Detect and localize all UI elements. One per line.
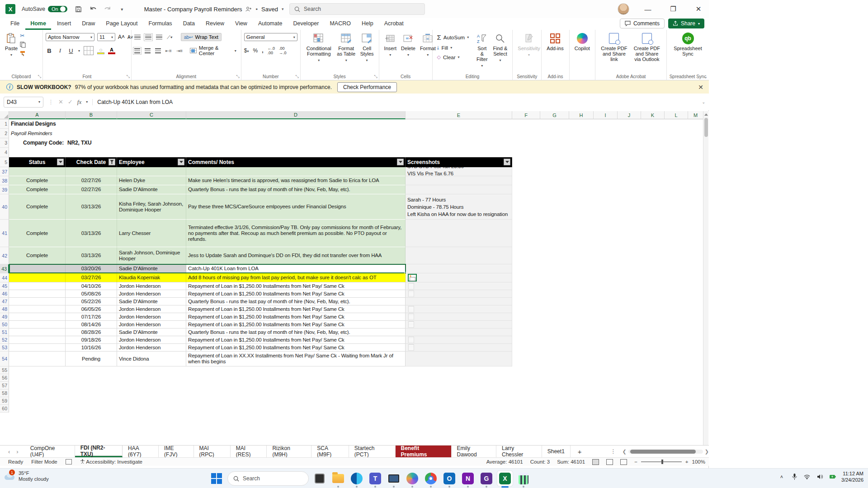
edge-icon[interactable] — [349, 471, 364, 486]
wrap-text-button[interactable]: ab↩ Wrap Text — [181, 33, 222, 41]
cell-screenshots-38[interactable] — [406, 176, 512, 185]
maximize-button[interactable]: ❐ — [666, 5, 680, 13]
cell-date-47[interactable]: 05/22/26 — [66, 298, 117, 305]
normal-view-icon[interactable] — [592, 459, 599, 465]
cell-employee-37[interactable] — [117, 167, 186, 176]
row-number-3[interactable]: 3 — [0, 138, 9, 148]
cell-employee-52[interactable]: Jordon Henderson — [117, 336, 186, 344]
cell-employee-40[interactable]: Kisha Friley, Sarah Johnson, Dominique H… — [117, 194, 186, 220]
column-header-f[interactable]: F — [512, 111, 540, 119]
cell-status-40[interactable]: Complete — [9, 194, 66, 220]
decrease-indent-icon[interactable]: ⇤≡ — [165, 48, 172, 53]
copy-icon[interactable] — [20, 42, 26, 48]
cell-status-39[interactable]: Complete — [9, 185, 66, 194]
screenshot-thumbnail-50[interactable] — [408, 321, 414, 328]
cell-notes-44[interactable]: Add 8 hours of missing pay from last pay… — [186, 273, 406, 282]
user-avatar[interactable] — [618, 3, 629, 15]
cell-employee-41[interactable]: Larry Chesser — [117, 220, 186, 247]
cell-screenshots-42[interactable] — [406, 247, 512, 264]
cell-notes-40[interactable]: Pay these three MCS/CareSource emlpoyees… — [186, 194, 406, 220]
filter-mode-status[interactable]: Filter Mode — [31, 459, 57, 465]
file-explorer-icon[interactable] — [330, 471, 346, 486]
cell-screenshots-47[interactable] — [406, 298, 512, 305]
sheet-tab-fdi-nr2-txu[interactable]: FDI (NR2-TXU) — [75, 446, 123, 457]
column-header-h[interactable]: H — [569, 111, 594, 119]
column-header-c[interactable]: C — [117, 111, 186, 119]
menu-tab-file[interactable]: File — [5, 19, 24, 30]
fx-chevron[interactable]: ▾ — [86, 100, 88, 104]
menu-tab-insert[interactable]: Insert — [52, 19, 76, 30]
cell-employee-49[interactable]: Jordon Henderson — [117, 313, 186, 321]
header-status-filter-button[interactable] — [57, 159, 64, 165]
underline-button[interactable]: U — [67, 47, 75, 54]
share-people-icon[interactable] — [245, 6, 252, 12]
remote-desktop-icon[interactable] — [386, 471, 401, 486]
cell-notes-38[interactable]: Make sure Helen's timecard is approved, … — [186, 176, 406, 185]
row-number-2[interactable]: 2 — [0, 129, 9, 138]
row-number-49[interactable]: 49 — [0, 313, 9, 321]
cell-notes-52[interactable]: Repayment of Loan in $1,250.00 Installme… — [186, 336, 406, 344]
close-button[interactable]: ✕ — [692, 5, 705, 13]
hscroll-left-icon[interactable]: ❮ — [623, 449, 627, 455]
copilot-button[interactable]: Copilot — [572, 32, 592, 52]
tray-chevron-icon[interactable]: ˄ — [778, 473, 785, 480]
sheet-tab-startech-pct[interactable]: Startech (PCT) — [349, 446, 396, 457]
styles-dialog-launcher[interactable]: ⤡ — [374, 74, 377, 79]
sheet-more-icon[interactable]: ⋮ — [607, 446, 620, 457]
orientation-icon[interactable]: ⟋▾ — [167, 34, 173, 40]
chrome-icon[interactable] — [423, 471, 439, 486]
cell-status-50[interactable] — [9, 321, 66, 328]
select-all-corner[interactable] — [0, 111, 9, 119]
row-number-60[interactable]: 60 — [0, 405, 9, 413]
format-painter-icon[interactable] — [20, 51, 26, 56]
hscroll-right-icon[interactable]: ❯ — [705, 449, 709, 455]
row-number-39[interactable]: 39 — [0, 185, 9, 194]
cell-employee-42[interactable]: Sarah Johnson, Dominique Hooper — [117, 247, 186, 264]
fill-button[interactable]: ⤓Fill▾ — [435, 44, 471, 52]
cell-date-42[interactable]: 03/13/26 — [66, 247, 117, 264]
fill-color-icon[interactable]: ◌ — [97, 47, 104, 54]
cell-status-47[interactable] — [9, 298, 66, 305]
cell-notes-48[interactable]: Repayment of Loan in $1,250.00 Installme… — [186, 305, 406, 313]
excel-app-icon[interactable]: X — [5, 4, 15, 14]
clipboard-dialog-launcher[interactable]: ⤡ — [38, 74, 41, 79]
task-view-icon[interactable] — [312, 471, 327, 486]
row-number-54[interactable]: 54 — [0, 352, 9, 366]
minimize-button[interactable]: — — [641, 5, 655, 13]
cell-notes-46[interactable]: Repayment of Loan in $1,250.00 Installme… — [186, 290, 406, 298]
format-as-table-button[interactable]: Format as Table▾ — [335, 32, 358, 64]
comments-button[interactable]: Comments — [620, 19, 665, 28]
active-cell-D43[interactable]: Catch-Up 401K Loan from LOA — [186, 264, 406, 273]
row-number-1[interactable]: 1 — [0, 119, 9, 129]
header-comments-notes-filter-button[interactable] — [397, 159, 404, 165]
page-break-view-icon[interactable] — [620, 459, 627, 465]
column-header-e[interactable]: E — [406, 111, 512, 119]
cell-employee-47[interactable]: Sadie D'Alimonte — [117, 298, 186, 305]
row-number-45[interactable]: 45 — [0, 282, 9, 290]
spreadsheet-sync-button[interactable]: qb Spreadsheet Sync — [670, 32, 706, 57]
cell-screenshots-53[interactable] — [406, 344, 512, 352]
row-number-52[interactable]: 52 — [0, 336, 9, 344]
cell-screenshots-48[interactable] — [406, 305, 512, 313]
cell-notes-37[interactable] — [186, 167, 406, 176]
scroll-up-icon[interactable] — [704, 113, 708, 116]
increase-decimal-icon[interactable]: ←.0.00 — [267, 46, 275, 55]
screenshot-thumbnail-45[interactable] — [408, 283, 414, 289]
column-header-d[interactable]: D — [186, 111, 406, 119]
page-layout-view-icon[interactable] — [606, 459, 613, 465]
row-number-50[interactable]: 50 — [0, 321, 9, 328]
cell-status-52[interactable] — [9, 336, 66, 344]
column-header-l[interactable]: L — [665, 111, 688, 119]
cell-screenshots-37[interactable]: STD STD Post Tax 23.30VIS Vis Pre Tax 6.… — [406, 167, 512, 176]
vertical-scrollbar[interactable] — [703, 111, 708, 445]
cell-status-45[interactable] — [9, 282, 66, 290]
menu-tab-review[interactable]: Review — [201, 19, 229, 30]
row-number-46[interactable]: 46 — [0, 290, 9, 298]
sheet-nav-right-icon[interactable]: › — [16, 448, 18, 455]
status-average[interactable]: Average: 46101 — [486, 459, 523, 465]
cell-notes-45[interactable]: Repayment of Loan in $1,250.00 Installme… — [186, 282, 406, 290]
cell-date-51[interactable]: 08/28/26 — [66, 328, 117, 336]
menu-tab-macro[interactable]: MACRO — [325, 19, 356, 30]
horizontal-scrollbar[interactable]: ❮ ❯ — [623, 446, 709, 457]
column-header-g[interactable]: G — [540, 111, 569, 119]
